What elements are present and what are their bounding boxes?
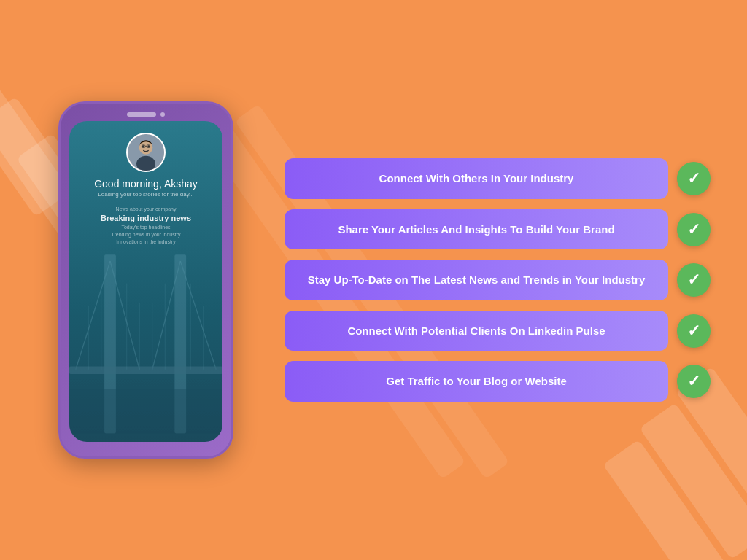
news-item: Trending news in your industry [78,232,214,237]
phone-camera-dot [160,112,165,117]
feature-label: Connect With Others In Your Industry [379,172,574,184]
feature-row: Connect With Others In Your Industry✓ [285,158,711,199]
svg-point-20 [147,145,150,147]
feature-pill: Connect With Others In Your Industry [285,158,668,199]
phone-content: Good morning, Akshay Loading your top st… [78,133,214,244]
check-icon: ✓ [687,171,700,187]
phone-pill [127,112,156,117]
feature-pill: Connect With Potential Clients On Linked… [285,311,668,351]
bridge-illustration [69,233,222,442]
news-item: Breaking industry news [78,214,214,222]
feature-row: Get Traffic to Your Blog or Website✓ [285,361,711,402]
check-circle: ✓ [677,365,711,398]
news-item: News about your company [78,206,214,211]
features-list: Connect With Others In Your Industry✓Sha… [263,158,718,402]
news-item: Today's top headlines [78,225,214,230]
feature-row: Share Your Articles And Insights To Buil… [285,209,711,250]
feature-label: Get Traffic to Your Blog or Website [386,375,567,387]
check-icon: ✓ [687,272,700,288]
feature-pill: Get Traffic to Your Blog or Website [285,361,668,402]
phone-screen: Good morning, Akshay Loading your top st… [69,121,222,442]
feature-label: Connect With Potential Clients On Linked… [347,324,605,337]
check-circle: ✓ [677,314,711,348]
main-layout: Good morning, Akshay Loading your top st… [0,0,747,560]
news-list: News about your companyBreaking industry… [78,206,214,244]
feature-pill: Share Your Articles And Insights To Buil… [285,209,668,250]
subtext-label: Loading your top stories for the day... [98,191,193,198]
feature-row: Stay Up-To-Date on The Latest News and T… [285,260,711,300]
phone-notch [69,112,222,117]
avatar [126,133,166,172]
check-circle: ✓ [677,213,711,246]
check-icon: ✓ [687,373,700,389]
feature-label: Stay Up-To-Date on The Latest News and T… [308,273,646,286]
feature-row: Connect With Potential Clients On Linked… [285,311,711,351]
check-icon: ✓ [687,323,700,339]
check-circle: ✓ [677,162,711,195]
phone-frame: Good morning, Akshay Loading your top st… [58,101,233,459]
svg-point-19 [142,145,144,147]
feature-label: Share Your Articles And Insights To Buil… [338,223,614,236]
phone-mockup-container: Good morning, Akshay Loading your top st… [29,22,263,538]
greeting-label: Good morning, Akshay [94,178,198,190]
svg-rect-6 [69,366,222,374]
news-item: Innovations in the industry [78,239,214,244]
check-circle: ✓ [677,263,711,297]
svg-point-18 [136,156,155,172]
svg-rect-7 [69,389,222,433]
check-icon: ✓ [687,222,700,238]
feature-pill: Stay Up-To-Date on The Latest News and T… [285,260,668,300]
